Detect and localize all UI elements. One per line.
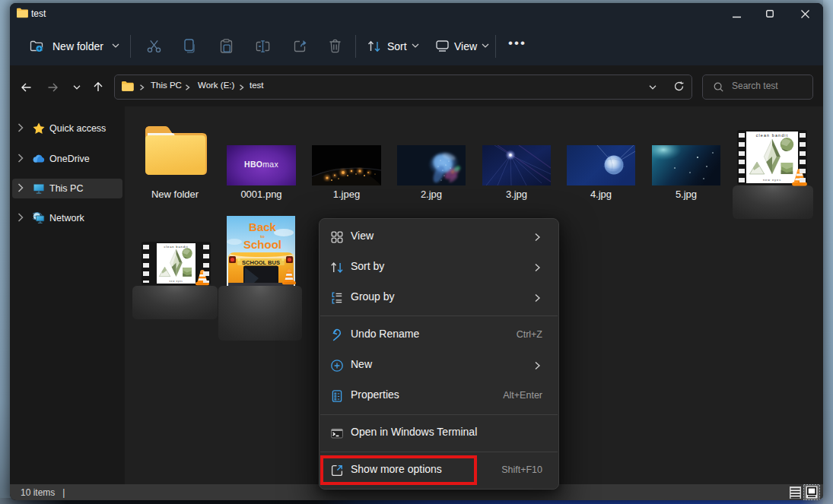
- svg-text:Back: Back: [249, 220, 277, 233]
- svg-text:SCHOOL BUS: SCHOOL BUS: [242, 259, 280, 266]
- svg-text:School: School: [243, 238, 281, 251]
